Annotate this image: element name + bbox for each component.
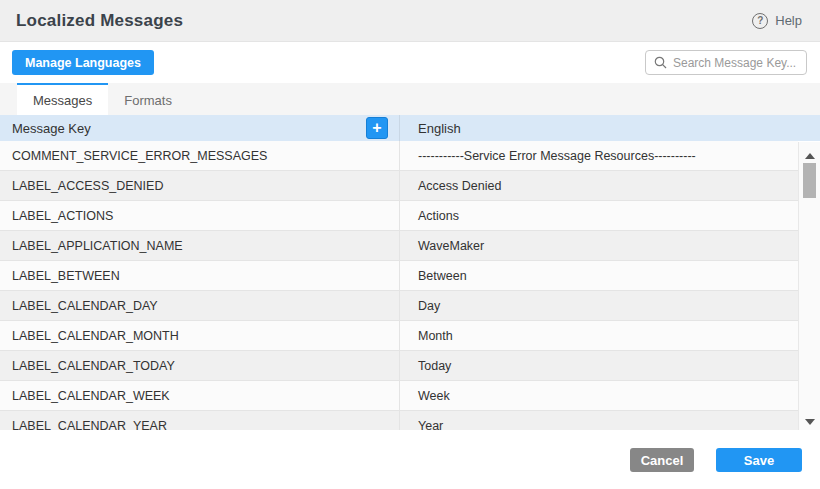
table-row[interactable]: LABEL_CALENDAR_MONTH Month — [0, 321, 798, 351]
message-key-cell: LABEL_ACCESS_DENIED — [0, 171, 400, 200]
column-header-english: English — [400, 115, 820, 141]
table-header: Message Key + English — [0, 115, 820, 141]
table-row[interactable]: LABEL_ACCESS_DENIED Access Denied — [0, 171, 798, 201]
message-value-cell[interactable]: Year — [400, 411, 798, 430]
tab-formats[interactable]: Formats — [108, 83, 188, 115]
save-button[interactable]: Save — [716, 448, 802, 472]
help-label: Help — [775, 13, 802, 28]
table-row[interactable]: LABEL_CALENDAR_TODAY Today — [0, 351, 798, 381]
table-row[interactable]: LABEL_CALENDAR_DAY Day — [0, 291, 798, 321]
message-key-cell: LABEL_CALENDAR_TODAY — [0, 351, 400, 380]
message-key-cell: LABEL_CALENDAR_DAY — [0, 291, 400, 320]
vertical-scrollbar[interactable] — [798, 142, 820, 431]
message-value-cell[interactable]: Day — [400, 291, 798, 320]
table-row[interactable]: COMMENT_SERVICE_ERROR_MESSAGES ---------… — [0, 141, 798, 171]
toolbar: Manage Languages — [0, 42, 820, 83]
message-key-cell: LABEL_BETWEEN — [0, 261, 400, 290]
message-value-cell[interactable]: Between — [400, 261, 798, 290]
message-value-cell[interactable]: Today — [400, 351, 798, 380]
table-row[interactable]: LABEL_ACTIONS Actions — [0, 201, 798, 231]
message-key-cell: COMMENT_SERVICE_ERROR_MESSAGES — [0, 141, 400, 170]
search-input[interactable] — [673, 56, 798, 70]
message-value-cell[interactable]: Month — [400, 321, 798, 350]
search-icon — [654, 56, 667, 69]
message-key-cell: LABEL_CALENDAR_MONTH — [0, 321, 400, 350]
table-row[interactable]: LABEL_CALENDAR_WEEK Week — [0, 381, 798, 411]
message-key-cell: LABEL_ACTIONS — [0, 201, 400, 230]
message-value-cell[interactable]: WaveMaker — [400, 231, 798, 260]
footer: Cancel Save — [0, 430, 820, 489]
message-value-cell[interactable]: Access Denied — [400, 171, 798, 200]
tab-bar: Messages Formats — [0, 83, 820, 115]
table-row[interactable]: LABEL_BETWEEN Between — [0, 261, 798, 291]
scroll-down-icon[interactable] — [805, 419, 815, 425]
scrollbar-thumb[interactable] — [803, 163, 816, 198]
help-question-icon: ? — [752, 13, 768, 29]
search-box[interactable] — [645, 50, 807, 75]
manage-languages-button[interactable]: Manage Languages — [12, 50, 154, 75]
message-key-cell: LABEL_APPLICATION_NAME — [0, 231, 400, 260]
message-value-cell[interactable]: Week — [400, 381, 798, 410]
message-key-cell: LABEL_CALENDAR_WEEK — [0, 381, 400, 410]
table-row[interactable]: LABEL_CALENDAR_YEAR Year — [0, 411, 798, 430]
messages-table-body: COMMENT_SERVICE_ERROR_MESSAGES ---------… — [0, 141, 798, 430]
message-key-cell: LABEL_CALENDAR_YEAR — [0, 411, 400, 430]
cancel-button[interactable]: Cancel — [630, 448, 694, 472]
message-value-cell[interactable]: Actions — [400, 201, 798, 230]
help-button[interactable]: ? Help — [752, 13, 802, 29]
column-header-message-key: Message Key + — [0, 115, 400, 141]
message-value-cell[interactable]: -----------Service Error Message Resourc… — [400, 141, 798, 170]
add-message-key-button[interactable]: + — [366, 117, 388, 139]
scroll-up-icon[interactable] — [805, 153, 815, 159]
column-header-message-key-label: Message Key — [12, 121, 91, 136]
table-row[interactable]: LABEL_APPLICATION_NAME WaveMaker — [0, 231, 798, 261]
page-title: Localized Messages — [16, 11, 183, 31]
column-header-english-label: English — [418, 121, 461, 136]
title-bar: Localized Messages ? Help — [0, 0, 820, 42]
tab-messages[interactable]: Messages — [17, 83, 108, 115]
